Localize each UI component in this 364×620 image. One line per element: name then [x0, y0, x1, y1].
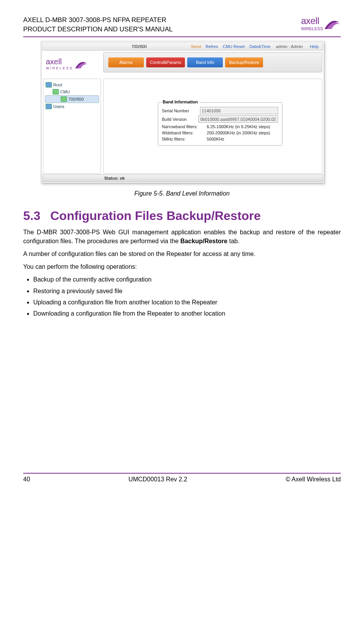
footer-page: 40 [23, 476, 30, 483]
build-field: 0b010000.aadd9957.01040004.0200.02 [198, 115, 278, 123]
link-help[interactable]: Help [310, 44, 319, 49]
logo-subtext: WIRELESS [301, 26, 323, 31]
paragraph-3: You can perform the following operations… [23, 262, 341, 271]
band-legend: Band Information [161, 100, 200, 104]
tab-backup-restore[interactable]: Backup/Restore [225, 57, 263, 67]
admin-label: admin : Admin [276, 44, 303, 49]
main-panel: Band Information Serial Number 11401006 … [103, 79, 322, 173]
tab-band-info[interactable]: Band Info [187, 57, 223, 67]
link-date-time[interactable]: Date&Time [250, 44, 271, 49]
figure-caption: Figure 5-5. Band Level Information [23, 190, 341, 197]
section-body: The D-MBR 3007-3008-PS Web GUI managemen… [23, 228, 341, 318]
five-value: 5000KHz [207, 137, 224, 141]
list-item: Downloading a configuration file from th… [33, 309, 341, 318]
wide-value: 200-20000KHz (in 200KHz steps) [207, 131, 270, 135]
header-line1: AXELL D-MBR 3007-3008-PS NFPA REPEATER [23, 15, 173, 25]
screenshot-logo: axell WIRELESS [46, 52, 100, 76]
header-line2: PRODUCT DESCRIPTION AND USER'S MANUAL [23, 25, 173, 34]
tree-cmu[interactable]: CMU [45, 88, 99, 95]
tree-users[interactable]: Users [45, 103, 99, 110]
section-title: Configuration Files Backup/Restore [50, 209, 261, 223]
section-number: 5.3 [23, 209, 50, 223]
swoosh-icon [324, 16, 341, 31]
swoosh-icon [75, 58, 88, 70]
band-information-box: Band Information Serial Number 11401006 … [158, 102, 282, 146]
tab-bar: Alarms Control&Params Band Info Backup/R… [103, 52, 322, 72]
list-item: Restoring a previously saved file [33, 287, 341, 295]
status-text: Status: ok [104, 176, 125, 180]
link-refresh[interactable]: Refres [205, 44, 218, 49]
para1-c: tab. [227, 238, 239, 244]
link-send[interactable]: Send [191, 44, 201, 49]
axell-logo: axell WIRELESS [301, 15, 341, 31]
logo-text: axell [301, 15, 323, 26]
section-heading: 5.3Configuration Files Backup/Restore [23, 209, 341, 223]
tree-root[interactable]: Root [45, 81, 99, 88]
node-icon [53, 89, 59, 94]
status-bar: Status: ok [42, 174, 323, 182]
narrow-label: Narrowband filters: [162, 124, 205, 129]
page-header: AXELL D-MBR 3007-3008-PS NFPA REPEATER P… [23, 15, 341, 37]
list-item: Uploading a configuration file from anot… [33, 298, 341, 307]
list-item: Backup of the currently active configura… [33, 275, 341, 284]
page-footer: 40 UMCD00013 Rev 2.2 © Axell Wireless Lt… [23, 473, 341, 483]
footer-copyright: © Axell Wireless Ltd [286, 476, 341, 483]
tree-users-label: Users [53, 104, 65, 109]
build-label: Build Version [162, 117, 196, 122]
topbar: 700/800 Send Refres CMU Reset Date&Time … [42, 43, 323, 51]
paragraph-1: The D-MBR 3007-3008-PS Web GUI managemen… [23, 228, 341, 246]
footer-docid: UMCD00013 Rev 2.2 [128, 476, 187, 483]
serial-label: Serial Number [162, 108, 198, 113]
tree-band-label: 700/800 [68, 97, 84, 101]
node-icon [61, 96, 67, 102]
five-label: 5MHz filters: [162, 137, 205, 141]
folder-icon [46, 82, 52, 88]
narrow-value: 6.25-1000KHz (in 6.25KHz steps) [207, 124, 270, 129]
serial-field: 11401006 [200, 107, 278, 114]
wide-label: Wideband filters: [162, 131, 205, 135]
tab-control-params[interactable]: Control&Params [146, 57, 185, 67]
shot-logo-sub: WIRELESS [46, 66, 73, 70]
tab-alarms[interactable]: Alarms [108, 57, 144, 67]
tree-cmu-label: CMU [60, 89, 70, 94]
shot-logo-text: axell [46, 57, 73, 66]
header-title-block: AXELL D-MBR 3007-3008-PS NFPA REPEATER P… [23, 15, 173, 34]
screenshot-figure: 700/800 Send Refres CMU Reset Date&Time … [41, 41, 323, 183]
webgui-screenshot: 700/800 Send Refres CMU Reset Date&Time … [41, 41, 324, 183]
tree-band[interactable]: 700/800 [45, 95, 99, 103]
tree-root-label: Root [53, 82, 62, 87]
topbar-band: 700/800 [132, 44, 147, 49]
folder-icon [46, 104, 52, 109]
link-cmu-reset[interactable]: CMU Reset [223, 44, 245, 49]
paragraph-2: A number of configuration files can be s… [23, 249, 341, 258]
nav-tree: Root CMU 700/800 Users [43, 79, 101, 173]
para1-b: Backup/Restore [180, 238, 227, 244]
bullet-list: Backup of the currently active configura… [33, 275, 341, 318]
